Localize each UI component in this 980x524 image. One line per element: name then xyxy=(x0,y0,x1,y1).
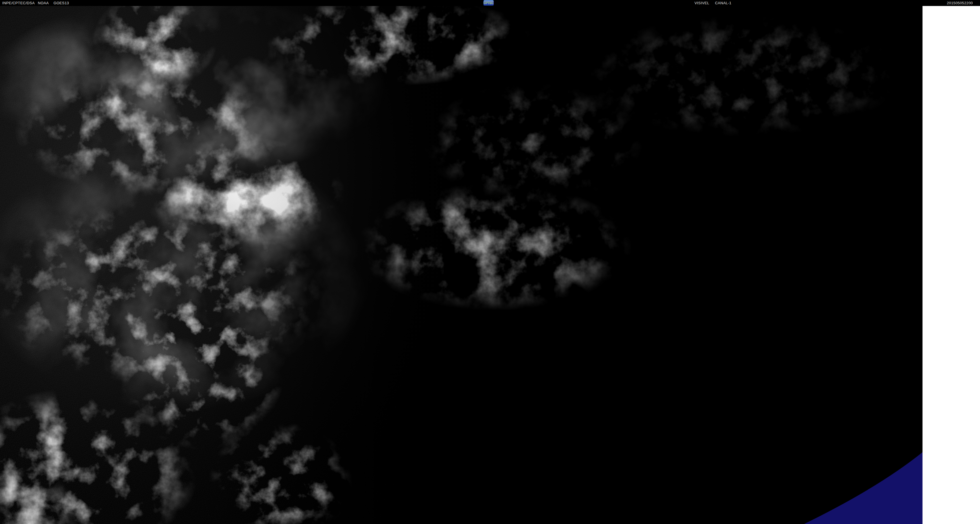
sensor-grain xyxy=(0,6,455,524)
satellite-label: GOES13 xyxy=(54,0,69,6)
institution-label: INPE/CPTEC/DSA xyxy=(2,0,35,6)
screen: { "header": { "institution": "INPE/CPTEC… xyxy=(0,0,980,524)
channel-label: CANAL-1 xyxy=(715,0,732,6)
cptec-logo-text: CPTEC xyxy=(484,2,493,5)
agency-label: NOAA xyxy=(38,0,49,6)
right-margin-panel xyxy=(923,6,980,524)
satellite-image xyxy=(0,6,923,524)
timestamp-label: 201505052200 xyxy=(947,0,973,6)
satellite-image-canvas xyxy=(0,6,923,524)
channel-type-label: VISIVEL xyxy=(695,0,709,6)
cptec-logo: CPTEC xyxy=(483,0,494,6)
header-bar: INPE/CPTEC/DSA NOAA GOES13 CPTEC VISIVEL… xyxy=(0,0,980,6)
